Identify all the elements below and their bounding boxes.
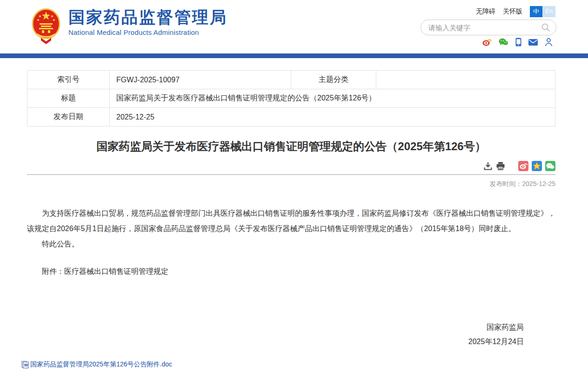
article-paragraph: 特此公告。 — [27, 236, 555, 252]
attachment-line: 附件：医疗器械出口销售证明管理规定 — [27, 264, 555, 279]
table-row: 索引号 FGWJ-2025-10097 主题分类 — [27, 71, 555, 89]
article-paragraph: 为支持医疗器械出口贸易，规范药品监督管理部门出具医疗器械出口销售证明的服务性事项… — [27, 206, 555, 236]
wechat-icon[interactable] — [499, 38, 508, 46]
doc-title-value: 国家药监局关于发布医疗器械出口销售证明管理规定的公告（2025年第126号） — [110, 89, 555, 108]
share-wechat-icon[interactable] — [545, 161, 555, 171]
search-icon[interactable] — [541, 23, 550, 32]
page-title: 国家药监局关于发布医疗器械出口销售证明管理规定的公告（2025年第126号） — [27, 139, 555, 154]
attachment-download-row: W 国家药品监督管理局2025年第126号公告附件.doc — [21, 360, 588, 369]
utility-row: 无障碍 关怀版 中 En — [476, 6, 555, 17]
care-version-link[interactable]: 关怀版 — [503, 7, 522, 16]
doc-title-label: 标题 — [27, 89, 110, 108]
emblem-icon — [32, 8, 60, 46]
print-icon[interactable] — [496, 161, 505, 171]
lang-en-button[interactable]: En — [542, 6, 555, 17]
user-icon[interactable] — [545, 38, 553, 46]
language-switcher: 中 En — [530, 6, 555, 17]
title-divider — [27, 174, 555, 175]
table-row: 发布日期 2025-12-25 — [27, 108, 555, 126]
publish-date-label: 发布日期 — [27, 108, 110, 126]
topic-category-value — [376, 71, 555, 89]
article-tools — [27, 161, 555, 174]
search-box — [421, 20, 556, 35]
attachment-file-link[interactable]: 国家药品监督管理局2025年第126号公告附件.doc — [30, 360, 172, 369]
accessibility-link[interactable]: 无障碍 — [476, 7, 495, 16]
site-header: 无障碍 关怀版 中 En 国家 — [0, 0, 588, 53]
publish-date-value: 2025-12-25 — [110, 108, 555, 126]
site-title: 国家药品监督管理局 — [68, 8, 227, 27]
lang-zh-button[interactable]: 中 — [530, 6, 542, 17]
header-social-icons — [482, 38, 553, 46]
article-body: 为支持医疗器械出口贸易，规范药品监督管理部门出具医疗器械出口销售证明的服务性事项… — [27, 206, 555, 279]
signature-block: 国家药监局 2025年12月24日 — [27, 320, 555, 349]
table-row: 标题 国家药监局关于发布医疗器械出口销售证明管理规定的公告（2025年第126号… — [27, 89, 555, 108]
publish-time: 发布时间：2025-12-25 — [27, 180, 555, 188]
header-divider-bar — [0, 53, 588, 58]
document-info-table: 索引号 FGWJ-2025-10097 主题分类 标题 国家药监局关于发布医疗器… — [27, 70, 555, 126]
site-logo-link[interactable]: 国家药品监督管理局 National Medical Products Admi… — [32, 8, 227, 46]
mobile-icon[interactable] — [515, 38, 521, 46]
mail-icon[interactable] — [528, 39, 538, 46]
signature-org: 国家药监局 — [27, 320, 524, 334]
signature-date: 2025年12月24日 — [27, 334, 524, 349]
topic-category-label: 主题分类 — [291, 71, 376, 89]
site-subtitle: National Medical Products Administration — [68, 28, 227, 36]
download-icon[interactable] — [483, 161, 493, 171]
doc-file-icon: W — [21, 361, 29, 368]
index-number-value: FGWJ-2025-10097 — [110, 71, 291, 89]
main-content: 索引号 FGWJ-2025-10097 主题分类 标题 国家药监局关于发布医疗器… — [27, 70, 555, 349]
weibo-icon[interactable] — [482, 38, 492, 46]
svg-text:W: W — [24, 363, 28, 367]
brand-text: 国家药品监督管理局 National Medical Products Admi… — [68, 8, 227, 36]
favorite-star-icon[interactable] — [532, 161, 542, 171]
search-input[interactable] — [428, 24, 541, 32]
share-weibo-icon[interactable] — [518, 161, 528, 171]
index-number-label: 索引号 — [27, 71, 110, 89]
